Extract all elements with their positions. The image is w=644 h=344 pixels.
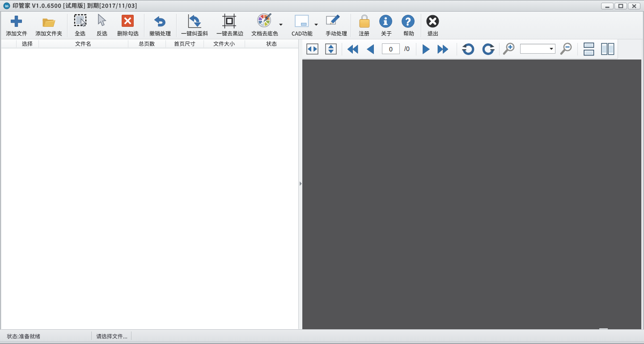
svg-text:in: in — [5, 4, 8, 8]
